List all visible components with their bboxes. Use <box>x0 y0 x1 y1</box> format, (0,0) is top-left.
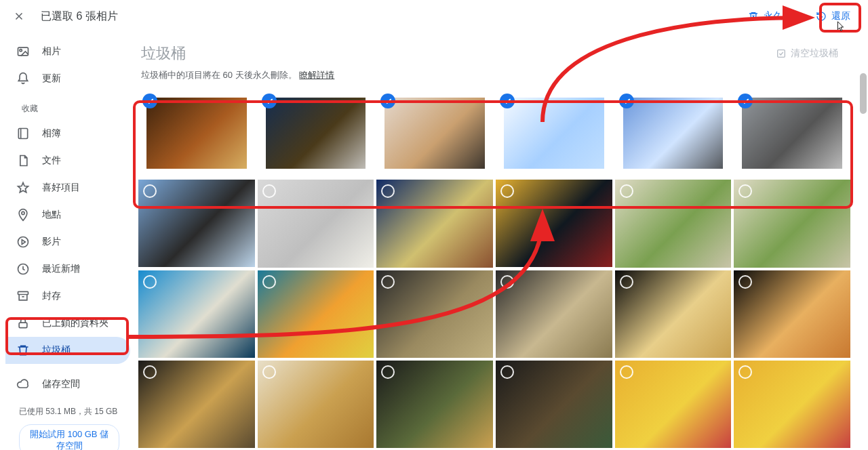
photo-thumbnail[interactable] <box>138 361 255 448</box>
sidebar-item-label: 儲存空間 <box>42 378 80 390</box>
empty-trash-label: 清空垃圾桶 <box>791 47 838 60</box>
sidebar-item-storage[interactable]: 儲存空間 <box>5 371 130 398</box>
photo-thumbnail[interactable] <box>376 89 493 177</box>
sidebar-item-label: 影片 <box>42 236 61 248</box>
photo-thumbnail[interactable] <box>615 180 732 267</box>
sidebar-item-label: 垃圾桶 <box>42 344 71 356</box>
sidebar-item-locked[interactable]: 已上鎖的資料夾 <box>5 310 130 337</box>
trash-icon <box>16 344 30 357</box>
select-circle-icon[interactable] <box>142 274 157 289</box>
photo-thumbnail[interactable] <box>734 89 850 177</box>
photo-thumbnail[interactable] <box>376 270 493 358</box>
sidebar-item-label: 相簿 <box>42 127 61 140</box>
sidebar-item-trash[interactable]: 垃圾桶 <box>5 337 130 364</box>
empty-trash-button[interactable]: 清空垃圾桶 <box>776 47 838 60</box>
select-circle-icon[interactable] <box>500 274 515 289</box>
selected-check-icon[interactable] <box>262 94 277 108</box>
sidebar-item-favorites[interactable]: 喜好項目 <box>5 174 130 201</box>
photo-grid <box>138 89 854 448</box>
book-icon <box>16 127 30 140</box>
selected-check-icon[interactable] <box>380 94 395 108</box>
sidebar-item-label: 文件 <box>42 155 61 167</box>
photo-thumbnail[interactable] <box>615 361 732 448</box>
archive-icon <box>16 289 30 303</box>
cloud-icon <box>16 377 30 391</box>
check-box-icon <box>776 48 787 59</box>
sidebar-item-documents[interactable]: 文件 <box>5 147 130 174</box>
svg-rect-8 <box>778 50 785 58</box>
photo-thumbnail[interactable] <box>734 270 850 358</box>
restore-button[interactable]: 還原 <box>808 6 857 26</box>
image-icon <box>16 45 30 58</box>
select-circle-icon[interactable] <box>619 274 634 289</box>
sidebar-item-label: 更新 <box>42 73 61 85</box>
photo-thumbnail[interactable] <box>496 270 612 358</box>
svg-rect-2 <box>18 129 27 139</box>
doc-icon <box>16 154 30 167</box>
restore-icon <box>815 10 827 22</box>
photo-thumbnail[interactable] <box>496 361 612 448</box>
select-circle-icon[interactable] <box>262 184 277 199</box>
sidebar-item-archive[interactable]: 封存 <box>5 283 130 310</box>
close-icon <box>13 10 25 22</box>
select-circle-icon[interactable] <box>262 365 277 380</box>
svg-point-4 <box>18 237 28 247</box>
info-line: 垃圾桶中的項目將在 60 天後永久刪除。 瞭解詳情 <box>138 69 854 89</box>
svg-point-1 <box>20 49 22 52</box>
photo-thumbnail[interactable] <box>258 180 374 267</box>
storage-upgrade-button[interactable]: 開始試用 100 GB 儲存空間 <box>19 424 119 450</box>
photo-thumbnail[interactable] <box>376 180 493 267</box>
sidebar-item-label: 已上鎖的資料夾 <box>42 317 108 329</box>
select-circle-icon[interactable] <box>142 365 157 380</box>
select-circle-icon[interactable] <box>619 184 634 199</box>
star-icon <box>16 181 30 195</box>
select-circle-icon[interactable] <box>500 365 515 380</box>
photo-thumbnail[interactable] <box>376 361 493 448</box>
delete-forever-button[interactable]: 永久刪除 <box>741 6 808 26</box>
selected-check-icon[interactable] <box>619 94 634 108</box>
sidebar-item-photos[interactable]: 相片 <box>5 38 130 65</box>
photo-thumbnail[interactable] <box>734 361 850 448</box>
photo-thumbnail[interactable] <box>496 89 612 177</box>
lock-icon <box>16 316 30 330</box>
learn-more-link[interactable]: 瞭解詳情 <box>299 70 334 80</box>
close-selection-button[interactable] <box>11 8 27 24</box>
photo-thumbnail[interactable] <box>138 180 255 267</box>
photo-thumbnail[interactable] <box>258 361 374 448</box>
scrollbar-thumb[interactable] <box>860 73 867 114</box>
clock-icon <box>16 262 30 276</box>
select-circle-icon[interactable] <box>380 365 395 380</box>
sidebar-item-places[interactable]: 地點 <box>5 201 130 228</box>
sidebar-item-recent[interactable]: 最近新增 <box>5 255 130 283</box>
photo-thumbnail[interactable] <box>615 270 732 358</box>
restore-label: 還原 <box>831 10 850 22</box>
select-circle-icon[interactable] <box>262 274 277 289</box>
selected-check-icon[interactable] <box>142 94 157 108</box>
select-circle-icon[interactable] <box>619 365 634 380</box>
photo-thumbnail[interactable] <box>496 180 612 267</box>
sidebar-item-updates[interactable]: 更新 <box>5 65 130 92</box>
select-circle-icon[interactable] <box>738 365 753 380</box>
photo-thumbnail[interactable] <box>615 89 732 177</box>
sidebar-item-label: 喜好項目 <box>42 182 80 194</box>
sidebar-item-albums[interactable]: 相簿 <box>5 120 130 147</box>
sidebar-item-videos[interactable]: 影片 <box>5 228 130 255</box>
sidebar-section-collection: 收藏 <box>5 92 130 120</box>
selected-check-icon[interactable] <box>500 94 515 108</box>
photo-thumbnail[interactable] <box>734 180 850 267</box>
sidebar-item-label: 封存 <box>42 290 61 302</box>
sidebar-item-label: 相片 <box>42 45 61 58</box>
photo-thumbnail[interactable] <box>138 270 255 358</box>
photo-thumbnail[interactable] <box>258 89 374 177</box>
select-circle-icon[interactable] <box>738 274 753 289</box>
svg-rect-6 <box>18 291 28 294</box>
select-circle-icon[interactable] <box>380 274 395 289</box>
bell-icon <box>16 72 30 85</box>
scrollbar[interactable] <box>860 73 867 445</box>
play-icon <box>16 235 30 249</box>
svg-rect-7 <box>19 323 27 328</box>
sidebar-item-label: 最近新增 <box>42 263 80 275</box>
photo-thumbnail[interactable] <box>258 270 374 358</box>
selected-check-icon[interactable] <box>738 94 753 108</box>
photo-thumbnail[interactable] <box>138 89 255 177</box>
